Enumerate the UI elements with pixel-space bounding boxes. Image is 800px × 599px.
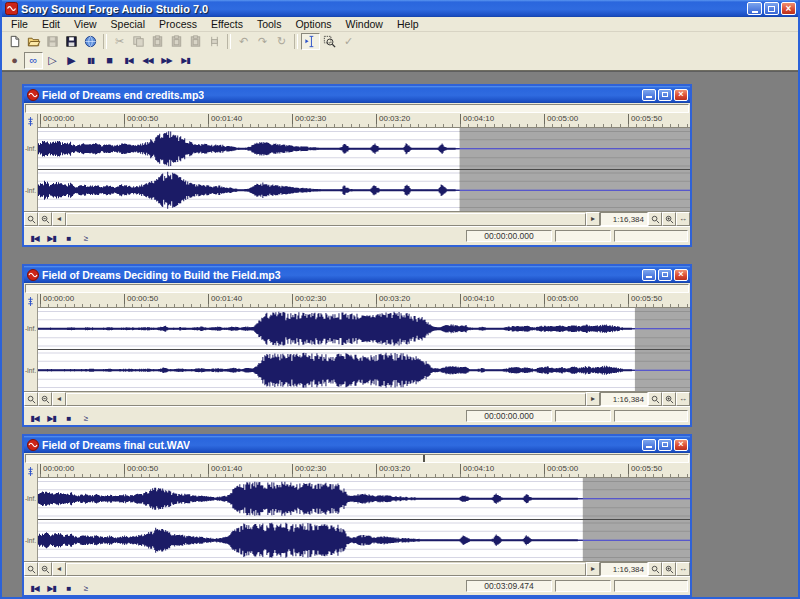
scroll-left-button[interactable]: ◂ — [52, 392, 66, 406]
horizontal-scrollbar[interactable] — [66, 212, 586, 226]
menu-item-help[interactable]: Help — [390, 18, 426, 30]
scrollbar-thumb[interactable] — [66, 563, 586, 576]
go-to-end-button[interactable]: ▶▮ — [43, 582, 60, 596]
stop-button[interactable]: ■ — [60, 582, 77, 596]
overview-bar[interactable] — [25, 104, 689, 113]
go-to-end-button[interactable]: ▶▮ — [176, 52, 195, 69]
doc-minimize-button[interactable] — [642, 439, 656, 451]
menu-item-effects[interactable]: Effects — [204, 18, 250, 30]
zoom-in-button[interactable] — [662, 212, 676, 226]
new-button[interactable] — [5, 33, 24, 50]
redo-button[interactable]: ↷ — [253, 33, 272, 50]
time-ruler[interactable]: 00:00:0000:00:5000:01:4000:02:3000:03:20… — [38, 464, 690, 478]
menu-item-window[interactable]: Window — [339, 18, 390, 30]
edit-tool-button[interactable] — [301, 33, 320, 50]
paste-special-button[interactable] — [186, 33, 205, 50]
copy-button[interactable] — [129, 33, 148, 50]
scroll-right-button[interactable]: ▸ — [586, 562, 600, 576]
doc-maximize-button[interactable] — [658, 269, 672, 281]
overview-bar[interactable] — [25, 454, 689, 463]
mix-button[interactable] — [167, 33, 186, 50]
scrollbar-thumb[interactable] — [66, 213, 586, 226]
pencil-tool-button[interactable]: ✓ — [339, 33, 358, 50]
stop-button[interactable]: ■ — [60, 232, 77, 246]
menu-item-options[interactable]: Options — [288, 18, 338, 30]
zoom-in-time-button[interactable] — [38, 562, 52, 576]
time-ruler[interactable]: 00:00:0000:00:5000:01:4000:02:3000:03:20… — [38, 294, 690, 308]
zoom-out-button[interactable] — [648, 562, 662, 576]
document-titlebar[interactable]: Field of Dreams end credits.mp3 × — [24, 86, 690, 103]
document-titlebar[interactable]: Field of Dreams Deciding to Build the Fi… — [24, 266, 690, 283]
go-to-end-button[interactable]: ▶▮ — [43, 412, 60, 426]
horizontal-scrollbar[interactable] — [66, 392, 586, 406]
levels-button[interactable] — [24, 464, 38, 478]
document-titlebar[interactable]: Field of Dreams final cut.WAV × — [24, 436, 690, 453]
zoom-in-time-button[interactable] — [38, 392, 52, 406]
menu-item-view[interactable]: View — [67, 18, 104, 30]
overview-bar[interactable] — [25, 284, 689, 293]
scrollbar-thumb[interactable] — [66, 393, 586, 406]
scroll-left-button[interactable]: ◂ — [52, 562, 66, 576]
go-to-start-button[interactable]: ▮◀ — [119, 52, 138, 69]
play-all-button[interactable]: ▷ — [43, 52, 62, 69]
app-minimize-button[interactable] — [747, 2, 762, 15]
play-button[interactable]: ≥ — [77, 412, 94, 426]
cut-button[interactable]: ✂ — [110, 33, 129, 50]
go-to-start-button[interactable]: ▮◀ — [26, 582, 43, 596]
zoom-fit-button[interactable]: ↔ — [676, 212, 690, 226]
levels-button[interactable] — [24, 114, 38, 128]
scroll-right-button[interactable]: ▸ — [586, 392, 600, 406]
menu-item-tools[interactable]: Tools — [250, 18, 289, 30]
zoom-in-button[interactable] — [662, 392, 676, 406]
play-button[interactable]: ≥ — [77, 232, 94, 246]
stop-button[interactable]: ■ — [100, 52, 119, 69]
publish-button[interactable] — [81, 33, 100, 50]
menu-item-edit[interactable]: Edit — [35, 18, 67, 30]
zoom-out-time-button[interactable] — [24, 562, 38, 576]
zoom-fit-button[interactable]: ↔ — [676, 392, 690, 406]
stop-button[interactable]: ■ — [60, 412, 77, 426]
undo-button[interactable]: ↶ — [234, 33, 253, 50]
go-to-start-button[interactable]: ▮◀ — [26, 232, 43, 246]
levels-button[interactable] — [24, 294, 38, 308]
scroll-right-button[interactable]: ▸ — [586, 212, 600, 226]
doc-close-button[interactable]: × — [674, 439, 688, 451]
pause-button[interactable]: ▮▮ — [81, 52, 100, 69]
zoom-out-time-button[interactable] — [24, 392, 38, 406]
horizontal-scrollbar[interactable] — [66, 562, 586, 576]
menu-item-special[interactable]: Special — [104, 18, 152, 30]
go-to-end-button[interactable]: ▶▮ — [43, 232, 60, 246]
time-ruler[interactable]: 00:00:0000:00:5000:01:4000:02:3000:03:20… — [38, 114, 690, 128]
repeat-button[interactable]: ↻ — [272, 33, 291, 50]
app-close-button[interactable]: × — [781, 2, 796, 15]
rewind-button[interactable]: ◀◀ — [138, 52, 157, 69]
save-as-button[interactable] — [62, 33, 81, 50]
waveform-display[interactable] — [38, 478, 690, 561]
zoom-out-time-button[interactable] — [24, 212, 38, 226]
menu-item-file[interactable]: File — [4, 18, 35, 30]
doc-close-button[interactable]: × — [674, 89, 688, 101]
loop-playback-button[interactable]: ∞ — [24, 52, 43, 69]
doc-close-button[interactable]: × — [674, 269, 688, 281]
waveform-display[interactable] — [38, 128, 690, 211]
doc-minimize-button[interactable] — [642, 89, 656, 101]
zoom-in-button[interactable] — [662, 562, 676, 576]
doc-maximize-button[interactable] — [658, 439, 672, 451]
forward-button[interactable]: ▶▶ — [157, 52, 176, 69]
go-to-start-button[interactable]: ▮◀ — [26, 412, 43, 426]
app-restore-button[interactable] — [764, 2, 779, 15]
trim-crop-button[interactable] — [205, 33, 224, 50]
play-button[interactable]: ▶ — [62, 52, 81, 69]
doc-maximize-button[interactable] — [658, 89, 672, 101]
zoom-out-button[interactable] — [648, 392, 662, 406]
menu-item-process[interactable]: Process — [152, 18, 204, 30]
open-button[interactable] — [24, 33, 43, 50]
doc-minimize-button[interactable] — [642, 269, 656, 281]
zoom-in-time-button[interactable] — [38, 212, 52, 226]
record-button[interactable]: ● — [5, 52, 24, 69]
save-button[interactable] — [43, 33, 62, 50]
magnify-tool-button[interactable] — [320, 33, 339, 50]
app-titlebar[interactable]: Sony Sound Forge Audio Studio 7.0 × — [2, 0, 798, 17]
waveform-display[interactable] — [38, 308, 690, 391]
paste-button[interactable] — [148, 33, 167, 50]
